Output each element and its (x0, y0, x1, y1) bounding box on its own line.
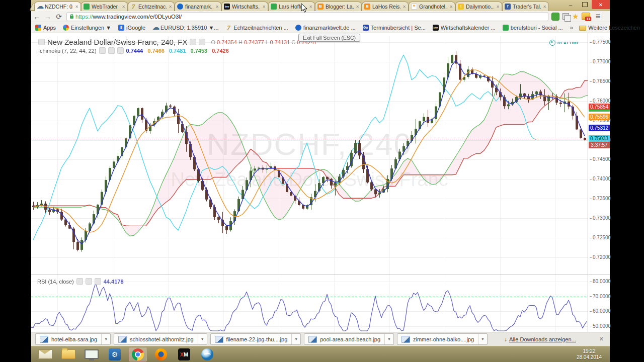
rsi-label: RSI (14, close) (37, 279, 74, 285)
minimize-button[interactable]: – (564, 0, 578, 9)
rsi-eye-icon[interactable] (76, 278, 83, 285)
bookmark-item[interactable]: berufstouri - Social ... (503, 25, 563, 31)
browser-tab[interactable]: finanzmark...✕ (175, 2, 221, 11)
tab-manager-extension-icon[interactable] (562, 13, 569, 20)
forward-button[interactable]: → (42, 13, 53, 21)
tab-close-icon[interactable]: ✕ (75, 5, 78, 9)
taskbar-item-file-explorer[interactable] (59, 347, 77, 361)
bookmark-star-icon[interactable]: ★ (572, 13, 579, 20)
close-window-button[interactable]: ✕ (592, 0, 610, 9)
tab-close-icon[interactable]: ✕ (169, 5, 172, 9)
download-item-body[interactable]: hotel-elba-sara.jpg (36, 336, 101, 343)
download-item-caret[interactable]: ▼ (101, 334, 110, 344)
indicator-header: Ichimoku (7, 22, 44, 22) 0.74440.74660.7… (38, 47, 233, 54)
taskbar-item-trading-terminal[interactable] (83, 347, 101, 361)
close-downloads-bar-button[interactable]: ✕ (599, 336, 604, 342)
tab-close-icon[interactable]: ✕ (403, 5, 406, 9)
compare-icon[interactable] (199, 39, 205, 45)
menu-icon[interactable]: ≡ (595, 13, 600, 20)
rsi-close-icon[interactable] (95, 278, 101, 285)
download-item[interactable]: schlosshotel-althornitz.jpg▼ (114, 333, 207, 345)
tab-close-icon[interactable]: ✕ (262, 5, 266, 9)
chart-style-icon[interactable] (190, 39, 196, 45)
price-chart-canvas[interactable] (31, 33, 588, 332)
address-bar[interactable]: https://www.tradingview.com/e/0DLyuO3l/ (66, 12, 548, 21)
indicator-value: 0.7466 (147, 48, 165, 54)
download-extension-icon[interactable]: 11 (582, 13, 590, 20)
bookmark-item[interactable]: 8iGoogle (118, 25, 145, 31)
maximize-button[interactable] (578, 0, 592, 9)
show-all-downloads-link[interactable]: ↓ Alle Downloads anzeigen... (504, 336, 576, 343)
bookmark-item[interactable]: finanzmarktwelt.de ... (295, 25, 356, 31)
rsi-header: RSI (14, close) 44.4178 (37, 278, 124, 285)
indicator-value: 0.7426 (212, 48, 229, 54)
tab-close-icon[interactable]: ✕ (543, 5, 546, 9)
tab-close-icon[interactable]: ✕ (215, 5, 219, 9)
bookmark-item[interactable]: 7Echtzeitnachrichten ... (225, 25, 288, 31)
bookmark-item[interactable]: GoTerminübersicht | Se... (363, 25, 426, 31)
download-item[interactable]: hotel-elba-sara.jpg▼ (35, 333, 111, 345)
download-items: hotel-elba-sara.jpg▼schlosshotel-althorn… (35, 333, 491, 345)
rsi-settings-icon[interactable] (86, 278, 92, 285)
indicator-eye-icon[interactable] (99, 47, 106, 54)
download-item-caret[interactable]: ▼ (198, 334, 207, 344)
download-item[interactable]: zimmer-ohne-balko....jpg▼ (397, 333, 488, 345)
other-bookmarks-button[interactable]: Weitere Lesezeichen (579, 25, 640, 31)
browser-tab[interactable]: !Dailymotio...✕ (455, 2, 502, 11)
price-label: 0.75312 (589, 125, 610, 131)
download-item-body[interactable]: schlosshotel-althornitz.jpg (114, 336, 198, 343)
bookmark-item[interactable]: InvWirtschaftskalender ... (433, 25, 496, 31)
bookmark-label: Apps (43, 25, 56, 31)
settings-app-icon: ⚙ (109, 348, 121, 360)
bookmarks-overflow-chevron[interactable]: » (570, 24, 574, 31)
download-item-body[interactable]: pool-area-and-beach.jpg (304, 336, 384, 343)
price-axis[interactable]: 0.775000.770000.765000.760000.755000.750… (588, 33, 610, 332)
bookmark-label: finanzmarktwelt.de ... (303, 25, 356, 31)
browser-tab[interactable]: ☁NZDCHF: 0...✕ (34, 2, 81, 11)
browser-tab[interactable]: 7Echtzeitnac...✕ (128, 2, 175, 11)
download-item-caret[interactable]: ▼ (478, 334, 487, 344)
taskbar-item-openoffice[interactable] (198, 347, 216, 361)
download-item-body[interactable]: filename-22-jpg-thu....jpg (211, 336, 292, 343)
url-text[interactable]: https://www.tradingview.com/e/0DLyuO3l/ (75, 14, 182, 20)
download-item-body[interactable]: zimmer-ohne-balko....jpg (397, 336, 478, 343)
taskbar-item-firefox[interactable] (152, 347, 170, 361)
indicator-settings-icon[interactable] (108, 47, 115, 54)
download-item-caret[interactable]: ▼ (384, 334, 393, 344)
browser-tab[interactable]: BBlogger: La...✕ (315, 2, 362, 11)
reload-button[interactable]: ⟳ (53, 13, 64, 21)
bookmarks-bar: AppsEinstellungen ▼8iGoogle☁EURUSD: 1.35… (31, 22, 610, 33)
tab-close-icon[interactable]: ✕ (449, 5, 453, 9)
download-item[interactable]: pool-area-and-beach.jpg▼ (304, 333, 394, 345)
browser-tab[interactable]: BLaHos Reis...✕ (362, 2, 409, 11)
download-item-caret[interactable]: ▼ (291, 334, 300, 344)
tab-label: finanzmark... (185, 4, 213, 10)
taskbar-item-settings-app[interactable]: ⚙ (106, 347, 124, 361)
browser-tab[interactable]: fTrader's Tal...✕ (502, 2, 549, 11)
taskbar-item-xm-trading[interactable]: XM (175, 347, 193, 361)
bookmark-item[interactable]: ☁EURUSD: 1.35910 ▼... (152, 25, 218, 31)
browser-tab[interactable]: InvWirtschafts...✕ (221, 2, 268, 11)
browser-tab[interactable]: Lars Hoffm...✕ (268, 2, 315, 11)
browser-tab[interactable]: *Grandhotel...✕ (409, 2, 455, 11)
tab-close-icon[interactable]: ✕ (496, 5, 500, 9)
bookmark-item[interactable]: Einstellungen ▼ (63, 25, 111, 31)
tab-close-icon[interactable]: ✕ (309, 5, 312, 9)
share-icon[interactable] (38, 39, 45, 45)
tab-label: Dailymotio... (466, 4, 494, 10)
back-button[interactable]: ← (31, 13, 42, 21)
evernote-extension-icon[interactable] (551, 13, 559, 21)
taskbar-item-chrome[interactable] (129, 347, 147, 361)
bookmark-item[interactable]: Apps (35, 25, 56, 31)
pane-separator[interactable] (31, 275, 610, 275)
taskbar-item-outlook-mail[interactable] (36, 347, 54, 361)
indicator-close-icon[interactable] (117, 47, 124, 54)
taskbar-clock[interactable]: 19:22 28.04.2014 (574, 347, 605, 361)
sun-icon: * (411, 4, 417, 10)
tab-close-icon[interactable]: ✕ (356, 5, 359, 9)
browser-tab[interactable]: WebTrader✕ (81, 2, 128, 11)
other-bookmarks-label: Weitere Lesezeichen (588, 25, 640, 31)
download-filename: filename-22-jpg-thu....jpg (226, 336, 288, 342)
download-item[interactable]: filename-22-jpg-thu....jpg▼ (210, 333, 301, 345)
tab-close-icon[interactable]: ✕ (122, 5, 125, 9)
